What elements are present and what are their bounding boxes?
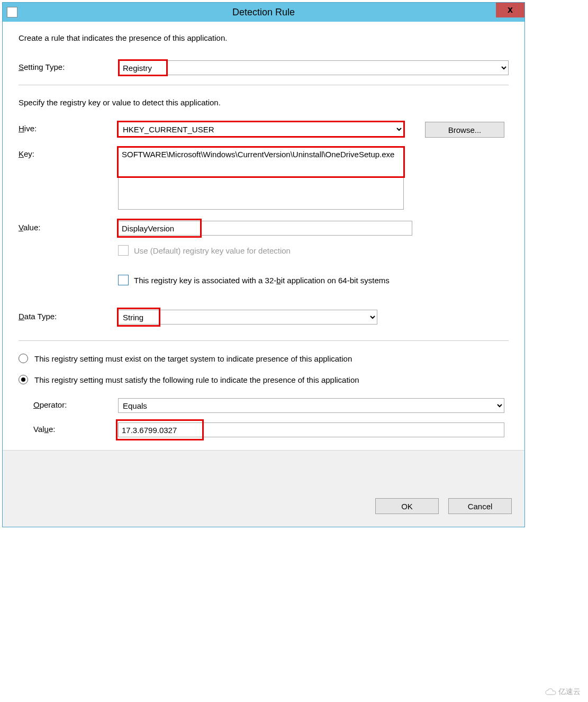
hive-select[interactable]: HKEY_CURRENT_USER	[118, 122, 404, 137]
titlebar: Detection Rule x	[3, 3, 524, 22]
dialog-content: Create a rule that indicates the presenc…	[3, 22, 524, 450]
radio-exist[interactable]	[19, 354, 28, 363]
use-default-checkbox	[118, 245, 129, 256]
rule-value-label: Value:	[33, 422, 118, 434]
data-type-label: Data Type:	[19, 310, 118, 321]
value-label: Value:	[19, 221, 118, 232]
value-input[interactable]	[118, 221, 412, 236]
radio-satisfy-row[interactable]: This registry setting must satisfy the f…	[19, 375, 509, 384]
setting-type-label: Setting Type:	[19, 60, 118, 71]
operator-select[interactable]: Equals	[118, 398, 504, 413]
setting-type-select[interactable]: Registry	[118, 60, 509, 75]
assoc-32bit-label: This registry key is associated with a 3…	[134, 276, 390, 285]
radio-satisfy[interactable]	[19, 375, 28, 384]
hive-label: Hive:	[19, 122, 118, 133]
data-type-select[interactable]: String	[118, 310, 377, 325]
assoc-32bit-checkbox[interactable]	[118, 275, 129, 285]
radio-exist-row[interactable]: This registry setting must exist on the …	[19, 354, 509, 363]
use-default-label: Use (Default) registry key value for det…	[134, 246, 291, 255]
divider-1	[19, 85, 509, 85]
cancel-button[interactable]: Cancel	[448, 498, 512, 514]
detection-rule-dialog: Detection Rule x Create a rule that indi…	[2, 2, 525, 527]
divider-2	[19, 340, 509, 341]
browse-button[interactable]: Browse...	[425, 122, 504, 138]
key-label: Key:	[19, 147, 118, 158]
dialog-footer: OK Cancel	[3, 450, 524, 527]
ok-button[interactable]: OK	[375, 498, 439, 514]
rule-value-input[interactable]	[118, 422, 504, 437]
operator-label: Operator:	[33, 398, 118, 409]
radio-satisfy-label: This registry setting must satisfy the f…	[34, 375, 359, 384]
close-button[interactable]: x	[496, 3, 524, 17]
radio-exist-label: This registry setting must exist on the …	[34, 354, 352, 363]
key-textarea[interactable]: SOFTWARE\Microsoft\Windows\CurrentVersio…	[118, 147, 404, 210]
window-title: Detection Rule	[3, 7, 524, 18]
intro-text: Create a rule that indicates the presenc…	[19, 33, 509, 42]
registry-specify-text: Specify the registry key or value to det…	[19, 98, 509, 107]
